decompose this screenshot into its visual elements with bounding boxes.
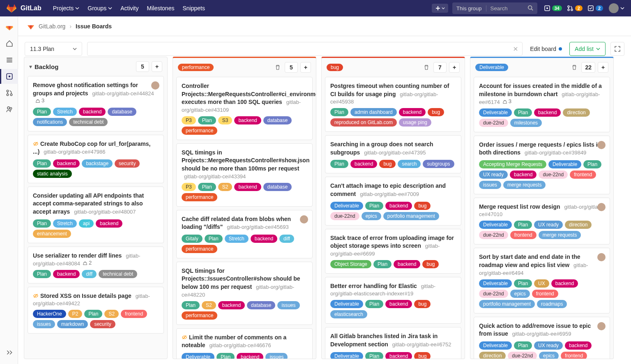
delete-list-button[interactable] bbox=[421, 62, 432, 73]
nav-merge-requests[interactable]: 2 bbox=[567, 5, 583, 12]
issue-card[interactable]: SQL timings for Projects::IssuesControll… bbox=[176, 262, 313, 325]
issue-label[interactable]: database bbox=[108, 108, 136, 116]
issue-label[interactable]: backend bbox=[399, 108, 426, 116]
issue-label[interactable]: Stretch bbox=[225, 235, 249, 243]
issue-label[interactable]: direction bbox=[563, 108, 590, 117]
add-list-button[interactable]: Add list bbox=[569, 42, 606, 56]
issue-label[interactable]: Stretch bbox=[53, 108, 77, 116]
issue-label[interactable]: usage ping bbox=[399, 118, 431, 127]
issue-label[interactable]: Plan bbox=[330, 160, 348, 168]
issue-label[interactable]: S3 bbox=[218, 116, 233, 124]
issue-label[interactable]: Deliverable bbox=[479, 221, 512, 229]
issue-label[interactable]: issues bbox=[33, 320, 55, 328]
issue-label[interactable]: S2 bbox=[104, 310, 119, 318]
issue-label[interactable]: api bbox=[79, 219, 94, 228]
issue-label[interactable]: UX ready bbox=[479, 170, 508, 179]
issue-label[interactable]: epics bbox=[510, 290, 530, 298]
issue-label[interactable]: backend bbox=[218, 301, 245, 309]
issue-card[interactable]: Controller Projects::MergeRequestsContro… bbox=[176, 77, 313, 140]
issue-card[interactable]: Consider updating all API endpoints that… bbox=[28, 187, 164, 243]
nav-groups[interactable]: Groups bbox=[83, 5, 116, 12]
issue-label[interactable]: due-22nd bbox=[479, 119, 508, 127]
issue-label[interactable]: frontend bbox=[510, 231, 537, 239]
issue-card[interactable]: Sort by start date and end date in the r… bbox=[474, 248, 610, 313]
issue-card[interactable]: Postgres timeout when counting number of… bbox=[325, 77, 461, 132]
issue-label[interactable]: diff bbox=[82, 270, 97, 278]
issue-label[interactable]: backend bbox=[237, 353, 263, 359]
rail-gitlab-logo[interactable] bbox=[0, 20, 18, 35]
filter-bar[interactable] bbox=[87, 42, 523, 56]
issue-label[interactable]: due-22nd bbox=[479, 290, 508, 298]
issue-label[interactable]: backend bbox=[385, 202, 412, 210]
issue-label[interactable]: backend bbox=[96, 219, 122, 228]
issue-label[interactable]: Deliverable bbox=[479, 108, 512, 117]
issue-label[interactable]: due-22nd bbox=[508, 352, 537, 359]
issue-label[interactable]: Deliverable bbox=[479, 341, 512, 350]
rail-epics[interactable] bbox=[0, 53, 18, 67]
new-button[interactable] bbox=[432, 4, 448, 13]
issue-label[interactable]: Plan bbox=[198, 183, 216, 191]
issue-label[interactable]: Stretch bbox=[53, 219, 77, 228]
issue-label[interactable]: backend bbox=[53, 159, 80, 168]
rail-merge-requests[interactable] bbox=[0, 85, 18, 100]
issue-label[interactable]: bug bbox=[414, 300, 431, 308]
issue-card[interactable]: Stored XSS on Issue details page gitlab-… bbox=[28, 287, 164, 334]
issue-label[interactable]: static analysis bbox=[33, 170, 72, 178]
issue-label[interactable]: security bbox=[115, 159, 140, 168]
issue-label[interactable]: Plan bbox=[33, 108, 51, 116]
issue-label[interactable]: HackerOne bbox=[33, 310, 66, 318]
assignee-avatar[interactable] bbox=[151, 81, 159, 90]
issue-label[interactable]: subgroups bbox=[423, 160, 454, 168]
issue-label[interactable]: bug bbox=[414, 202, 431, 210]
issue-label[interactable]: S2 bbox=[202, 301, 216, 309]
issue-label[interactable]: issues bbox=[277, 301, 299, 309]
board-selector[interactable]: 11.3 Plan bbox=[25, 42, 82, 56]
issue-label[interactable]: Accepting Merge Requests bbox=[479, 160, 546, 168]
issue-label[interactable]: Plan bbox=[33, 219, 51, 228]
issue-label[interactable]: Plan bbox=[198, 116, 216, 124]
issue-label[interactable]: epics bbox=[362, 212, 381, 220]
issue-label[interactable]: Plan bbox=[33, 270, 51, 278]
issue-card[interactable]: Limit the number of comments on a noteab… bbox=[176, 328, 313, 359]
issue-card[interactable]: Searching in a group does not search sub… bbox=[325, 135, 461, 173]
issue-label[interactable]: backend bbox=[385, 352, 412, 359]
add-issue-button[interactable]: + bbox=[152, 61, 162, 72]
assignee-avatar[interactable] bbox=[597, 141, 606, 149]
issue-label[interactable]: backend bbox=[551, 279, 578, 288]
issue-card[interactable]: All Gitlab branches listed in Jira task … bbox=[325, 327, 461, 359]
issue-label[interactable]: bug bbox=[428, 108, 444, 116]
issue-label[interactable]: database bbox=[263, 183, 292, 191]
issue-label[interactable]: backend bbox=[385, 300, 412, 308]
issue-label[interactable]: Deliverable bbox=[548, 160, 581, 168]
rail-expand[interactable] bbox=[0, 345, 18, 360]
fullscreen-button[interactable] bbox=[610, 42, 624, 56]
issue-label[interactable]: issues bbox=[479, 181, 501, 189]
issue-card[interactable]: Remove ghost notification settings for g… bbox=[28, 76, 164, 131]
assignee-avatar[interactable] bbox=[597, 322, 606, 330]
nav-projects[interactable]: Projects bbox=[49, 5, 84, 12]
assignee-avatar[interactable] bbox=[597, 203, 606, 211]
issue-card[interactable]: Order issues / merge requests / epics li… bbox=[474, 136, 610, 194]
nav-issues[interactable]: 34 bbox=[544, 5, 562, 12]
issue-label[interactable]: Deliverable bbox=[479, 279, 512, 288]
issue-label[interactable]: Deliverable bbox=[330, 202, 363, 210]
issue-label[interactable]: due-22nd bbox=[539, 170, 568, 179]
issue-label[interactable]: portfolio management bbox=[383, 212, 439, 220]
issue-label[interactable]: Plan bbox=[583, 160, 601, 168]
issue-card[interactable]: Can't attach image to epic description a… bbox=[325, 177, 461, 225]
issue-label[interactable]: Plan bbox=[84, 310, 102, 318]
issue-label[interactable]: UX bbox=[534, 279, 549, 288]
issue-label[interactable]: Plan bbox=[205, 235, 223, 243]
issue-label[interactable]: backend bbox=[394, 260, 420, 268]
collapse-icon[interactable]: ▾ bbox=[29, 63, 32, 70]
issue-label[interactable]: admin dashboard bbox=[350, 108, 397, 116]
issue-label[interactable]: bug bbox=[379, 160, 396, 168]
issue-label[interactable]: diff bbox=[279, 235, 294, 243]
issue-label[interactable]: performance bbox=[182, 311, 217, 320]
issue-card[interactable]: Quick action to add/remove issue to epic… bbox=[474, 317, 610, 359]
issue-label[interactable]: direction bbox=[565, 221, 592, 229]
issue-label[interactable]: Plan bbox=[514, 341, 532, 350]
issue-card[interactable]: Account for issues created in the middle… bbox=[474, 77, 610, 132]
add-issue-button[interactable]: + bbox=[598, 62, 608, 73]
issue-card[interactable]: Use serializer to render diff lines gitl… bbox=[28, 247, 164, 283]
